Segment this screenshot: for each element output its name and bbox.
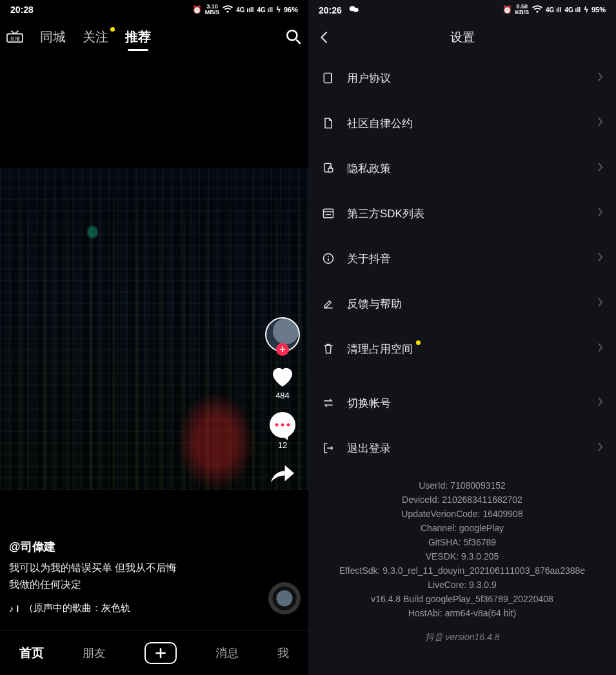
- tab-follow[interactable]: 关注: [83, 28, 108, 46]
- back-button[interactable]: [317, 30, 332, 44]
- svg-text:直播: 直播: [10, 35, 20, 42]
- bottom-nav: 首页 朋友 消息 我: [0, 630, 308, 675]
- plus-icon: [154, 647, 167, 660]
- nav-messages[interactable]: 消息: [215, 645, 239, 661]
- top-tab-bar: 直播 同城 关注 推荐: [0, 19, 308, 54]
- chevron-right-icon: [597, 207, 603, 220]
- status-bar: 20:28 3.10MB/S 4G ııll 4G ıll ϟ 96%: [0, 0, 308, 19]
- video-info-overlay: @司偉建 我可以为我的错误买单 但我从不后悔 我做的任何决定 ♪ ⁞ （原声中的…: [9, 539, 257, 614]
- row-feedback[interactable]: 反馈与帮助: [321, 281, 603, 326]
- live-icon[interactable]: 直播: [6, 30, 23, 44]
- alarm-icon: [192, 5, 202, 14]
- comment-button[interactable]: 12: [270, 412, 295, 450]
- heart-icon: [270, 364, 295, 388]
- comment-count: 12: [278, 440, 287, 450]
- side-action-bar: + 484 12: [264, 317, 301, 485]
- chevron-right-icon: [597, 297, 603, 310]
- chevron-right-icon: [597, 342, 603, 355]
- trash-icon: [321, 342, 335, 356]
- author-avatar[interactable]: +: [265, 317, 300, 352]
- switch-icon: [321, 396, 335, 410]
- status-time: 20:28: [10, 5, 34, 15]
- alarm-icon: [502, 5, 512, 14]
- version-text: 抖音 version16.4.8: [308, 632, 616, 643]
- info-icon: [321, 251, 335, 266]
- edit-icon: [321, 297, 335, 311]
- signal-4g-icon: 4G ıll: [546, 6, 561, 14]
- charging-icon: ϟ: [584, 6, 588, 14]
- page-title: 设置: [450, 29, 475, 46]
- follow-plus-icon[interactable]: +: [276, 343, 289, 356]
- tab-recommend[interactable]: 推荐: [125, 28, 151, 46]
- document-icon: [321, 116, 335, 130]
- svg-rect-8: [324, 209, 333, 217]
- row-logout[interactable]: 退出登录: [321, 426, 603, 471]
- svg-point-10: [328, 256, 329, 257]
- svg-line-2: [296, 39, 301, 44]
- row-user-agreement[interactable]: 用户协议: [321, 55, 603, 101]
- share-icon: [268, 462, 297, 485]
- list-icon: [321, 206, 335, 220]
- debug-info: UserId: 71080093152 DeviceId: 2102683411…: [308, 478, 616, 620]
- like-count: 484: [275, 391, 290, 400]
- nav-friends[interactable]: 朋友: [83, 645, 106, 661]
- signal-4g-icon: 4G ıll: [257, 6, 273, 14]
- row-third-party-sdk[interactable]: 第三方SDK列表: [321, 191, 603, 236]
- svg-point-1: [287, 30, 297, 40]
- notification-dot: [416, 340, 421, 345]
- music-note-icon: ♪ ⁞: [9, 603, 19, 614]
- douyin-feed-screen: 20:28 3.10MB/S 4G ııll 4G ıll ϟ 96% 直播 同…: [0, 0, 308, 675]
- wifi-icon: [223, 5, 233, 14]
- music-disc[interactable]: [268, 582, 301, 614]
- settings-screen: 20:26 0.50KB/S 4G ıll 4G ıll ϟ 95% 设置 用户…: [308, 0, 616, 675]
- row-clear-cache[interactable]: 清理占用空间: [321, 326, 603, 371]
- search-icon[interactable]: [285, 28, 302, 45]
- author-name[interactable]: @司偉建: [9, 539, 257, 554]
- chevron-right-icon: [597, 252, 603, 265]
- music-info[interactable]: ♪ ⁞ （原声中的歌曲：灰色轨: [9, 602, 257, 614]
- row-community-guidelines[interactable]: 社区自律公约: [321, 101, 603, 146]
- wifi-icon: [532, 5, 542, 14]
- signal-4g-icon: 4G ıll: [565, 6, 581, 14]
- video-content[interactable]: [0, 168, 308, 490]
- chevron-right-icon: [597, 396, 603, 409]
- status-right: 3.10MB/S 4G ııll 4G ıll ϟ 96%: [192, 4, 298, 15]
- chevron-right-icon: [597, 117, 603, 130]
- book-icon: [321, 71, 335, 85]
- nav-create-button[interactable]: [144, 642, 177, 664]
- svg-rect-5: [324, 73, 332, 83]
- status-time: 20:26: [319, 5, 359, 15]
- lock-doc-icon: [321, 161, 335, 175]
- settings-list: 用户协议 社区自律公约 隐私政策 第三方SDK列表 关于抖音 反馈与帮助: [308, 55, 616, 471]
- tab-city[interactable]: 同城: [40, 28, 66, 46]
- charging-icon: ϟ: [276, 6, 281, 14]
- svg-point-4: [353, 8, 359, 12]
- row-switch-account[interactable]: 切换帐号: [321, 380, 603, 426]
- page-header: 设置: [308, 19, 616, 55]
- like-button[interactable]: 484: [270, 364, 295, 400]
- chevron-right-icon: [597, 442, 603, 455]
- wechat-icon: [349, 5, 359, 14]
- svg-rect-7: [328, 168, 333, 172]
- nav-me[interactable]: 我: [277, 645, 289, 661]
- battery-text: 95%: [591, 6, 606, 14]
- comment-icon: [270, 412, 295, 438]
- signal-4g-icon: 4G ııll: [236, 6, 253, 14]
- chevron-right-icon: [597, 72, 603, 84]
- notification-dot: [110, 27, 115, 32]
- row-about[interactable]: 关于抖音: [321, 236, 603, 281]
- nav-home[interactable]: 首页: [19, 645, 44, 661]
- chevron-right-icon: [597, 162, 603, 175]
- video-caption[interactable]: 我可以为我的错误买单 但我从不后悔 我做的任何决定: [9, 560, 257, 593]
- logout-icon: [321, 441, 335, 455]
- row-privacy-policy[interactable]: 隐私政策: [321, 146, 603, 191]
- status-right: 0.50KB/S 4G ıll 4G ıll ϟ 95%: [502, 4, 606, 15]
- share-button[interactable]: [268, 462, 297, 485]
- battery-text: 96%: [284, 6, 298, 14]
- music-title: （原声中的歌曲：灰色轨: [24, 602, 130, 614]
- status-bar: 20:26 0.50KB/S 4G ıll 4G ıll ϟ 95%: [308, 0, 616, 19]
